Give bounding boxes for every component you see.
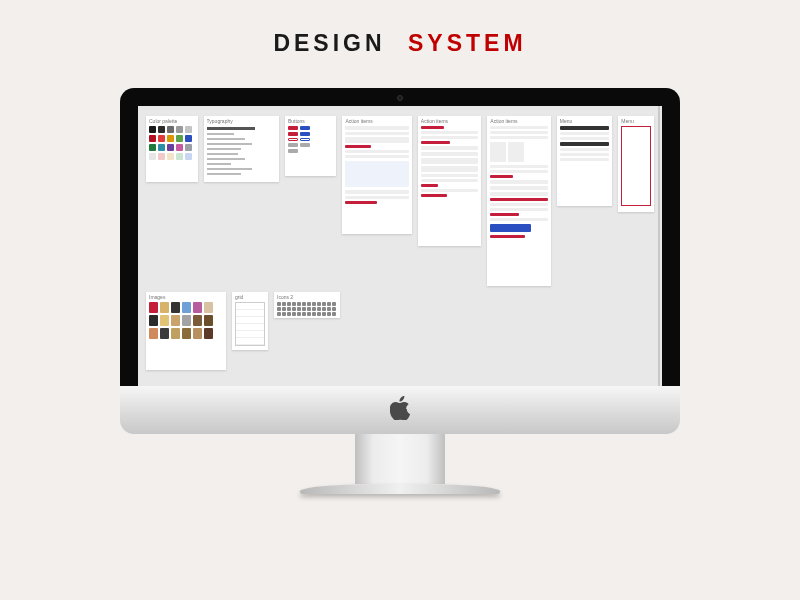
color-swatch[interactable] — [167, 135, 174, 142]
color-swatch[interactable] — [158, 144, 165, 151]
icon-grid — [277, 302, 337, 316]
artboard-color-palette[interactable]: Color palette — [146, 116, 198, 182]
artboard-label: grid — [235, 294, 265, 300]
artboard-buttons[interactable]: Buttons — [285, 116, 337, 176]
tiny-icon — [302, 312, 306, 316]
color-swatch[interactable] — [149, 144, 156, 151]
tiny-icon — [282, 312, 286, 316]
color-swatch[interactable] — [149, 135, 156, 142]
image-grid — [149, 302, 223, 339]
artboard-action-items-2[interactable]: Action items — [418, 116, 481, 246]
artboard-label: Images — [149, 294, 223, 300]
artboard-images[interactable]: Images — [146, 292, 226, 370]
color-swatch[interactable] — [176, 126, 183, 133]
color-swatch[interactable] — [167, 126, 174, 133]
image-thumb[interactable] — [149, 315, 158, 326]
color-swatch[interactable] — [176, 135, 183, 142]
tiny-icon — [292, 302, 296, 306]
tiny-icon — [332, 307, 336, 311]
title-word-2: SYSTEM — [408, 30, 527, 56]
color-swatch[interactable] — [158, 135, 165, 142]
color-swatch[interactable] — [176, 144, 183, 151]
artboard-grid[interactable]: grid — [232, 292, 268, 350]
image-thumb[interactable] — [171, 315, 180, 326]
color-swatch[interactable] — [167, 144, 174, 151]
color-swatch[interactable] — [149, 153, 156, 160]
color-swatch[interactable] — [185, 126, 192, 133]
screen: Color palette Typography Buttons — [138, 106, 662, 386]
artboard-label: Buttons — [288, 118, 334, 124]
color-swatch[interactable] — [149, 126, 156, 133]
camera-icon — [397, 95, 403, 101]
apple-logo-icon — [390, 396, 410, 424]
menu-outline — [621, 126, 651, 206]
image-thumb[interactable] — [149, 302, 158, 313]
tiny-icon — [282, 307, 286, 311]
monitor-chin — [120, 386, 680, 434]
artboard-icons[interactable]: Icons 2 — [274, 292, 340, 318]
tiny-icon — [287, 302, 291, 306]
image-thumb[interactable] — [204, 302, 213, 313]
image-thumb[interactable] — [193, 328, 202, 339]
image-thumb[interactable] — [193, 315, 202, 326]
tiny-icon — [317, 307, 321, 311]
color-swatch[interactable] — [185, 135, 192, 142]
page-title: DESIGN SYSTEM — [0, 30, 800, 57]
color-swatch[interactable] — [167, 153, 174, 160]
title-word-1: DESIGN — [273, 30, 385, 56]
image-thumb[interactable] — [160, 328, 169, 339]
image-thumb[interactable] — [204, 315, 213, 326]
tiny-icon — [297, 302, 301, 306]
tiny-icon — [327, 312, 331, 316]
tiny-icon — [317, 312, 321, 316]
artboard-action-items-3[interactable]: Action items — [487, 116, 550, 286]
artboard-action-items-1[interactable]: Action items — [342, 116, 411, 234]
color-swatch[interactable] — [158, 153, 165, 160]
artboard-label: Menu — [560, 118, 610, 124]
image-thumb[interactable] — [182, 315, 191, 326]
monitor-bezel: Color palette Typography Buttons — [120, 88, 680, 386]
tiny-icon — [282, 302, 286, 306]
tiny-icon — [302, 302, 306, 306]
artboard-row-2: Images grid Icons 2 — [146, 292, 654, 370]
artboard-menu[interactable]: Menu Menu — [618, 116, 654, 212]
artboard-label: Action items — [421, 118, 478, 124]
palette-grid — [149, 126, 195, 160]
tiny-icon — [307, 312, 311, 316]
scrollbar[interactable] — [658, 106, 660, 386]
image-thumb[interactable] — [193, 302, 202, 313]
grid-preview — [235, 302, 265, 346]
image-thumb[interactable] — [160, 315, 169, 326]
image-thumb[interactable] — [160, 302, 169, 313]
artboard-label: Action items — [490, 118, 547, 124]
imac-mockup: Color palette Typography Buttons — [120, 88, 680, 494]
tiny-icon — [322, 302, 326, 306]
artboard-label: Menu — [621, 118, 634, 124]
image-thumb[interactable] — [149, 328, 158, 339]
artboard-action-items-4[interactable]: Menu — [557, 116, 613, 206]
artboard-typography[interactable]: Typography — [204, 116, 279, 182]
image-thumb[interactable] — [171, 328, 180, 339]
tiny-icon — [297, 312, 301, 316]
tiny-icon — [327, 302, 331, 306]
monitor-stand-neck — [355, 434, 445, 484]
tiny-icon — [277, 302, 281, 306]
artboard-label: Action items — [345, 118, 408, 124]
image-thumb[interactable] — [182, 328, 191, 339]
color-swatch[interactable] — [185, 144, 192, 151]
tiny-icon — [307, 302, 311, 306]
tiny-icon — [302, 307, 306, 311]
image-thumb[interactable] — [171, 302, 180, 313]
tiny-icon — [277, 312, 281, 316]
color-swatch[interactable] — [185, 153, 192, 160]
color-swatch[interactable] — [158, 126, 165, 133]
artboard-label: Icons 2 — [277, 294, 337, 300]
tiny-icon — [297, 307, 301, 311]
color-swatch[interactable] — [176, 153, 183, 160]
tiny-icon — [312, 307, 316, 311]
image-thumb[interactable] — [204, 328, 213, 339]
tiny-icon — [292, 312, 296, 316]
tiny-icon — [287, 307, 291, 311]
image-thumb[interactable] — [182, 302, 191, 313]
tiny-icon — [287, 312, 291, 316]
